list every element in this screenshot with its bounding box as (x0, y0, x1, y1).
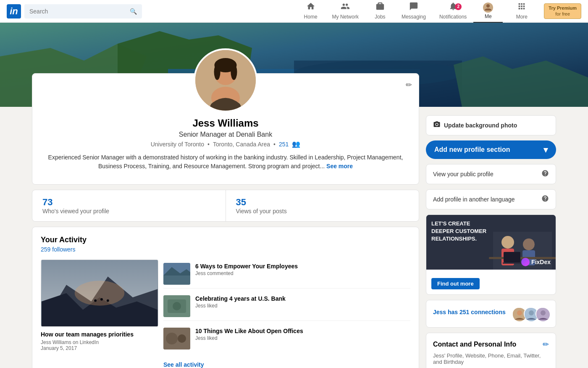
svg-point-12 (214, 64, 220, 80)
activity-list: 6 Ways to Empower Your Employees Jess co… (163, 259, 410, 368)
page-content: ✏ Jess Williams Senior Manager at Denali… (0, 23, 588, 368)
nav-label-network: My Network (332, 14, 359, 20)
activity-item-title-1: 6 Ways to Empower Your Employees (195, 263, 298, 270)
post-views-stat[interactable]: 35 Views of your posts (226, 190, 419, 221)
svg-point-13 (231, 64, 237, 80)
profile-meta: University of Toronto • Toronto, Canada … (42, 140, 409, 148)
activity-grid: How our team manages priorities Jess Wil… (41, 259, 410, 368)
nav-item-messaging[interactable]: Messaging (395, 0, 433, 23)
ad-logo-text: FixDex (531, 259, 551, 265)
nav-item-notifications[interactable]: 2 Notifications (433, 0, 473, 23)
connections-card: Jess has 251 connections (426, 300, 556, 328)
svg-rect-23 (163, 275, 190, 285)
profile-card-inner: ✏ Jess Williams Senior Manager at Denali… (32, 48, 419, 184)
nav-label-home: Home (304, 14, 318, 20)
notifications-badge: 2 (455, 3, 462, 10)
svg-point-45 (541, 310, 546, 315)
ad-logo: FixDex (521, 258, 551, 266)
premium-button[interactable]: Try Premium for free (544, 3, 581, 19)
svg-rect-39 (503, 262, 521, 264)
profile-name: Jess Williams (42, 117, 409, 129)
search-icon: 🔍 (130, 8, 137, 15)
activity-main-post[interactable]: How our team manages priorities Jess Wil… (41, 259, 158, 368)
profile-views-label: Who's viewed your profile (42, 208, 215, 214)
search-input[interactable] (29, 8, 128, 15)
nav-label-notifications: Notifications (439, 14, 467, 20)
svg-point-29 (166, 333, 178, 344)
left-column: ✏ Jess Williams Senior Manager at Denali… (32, 107, 419, 368)
nav-item-me[interactable]: Me (473, 0, 503, 23)
nav-label-more-text: More (516, 14, 528, 20)
activity-post-info: How our team manages priorities Jess Wil… (41, 327, 158, 351)
messaging-icon (409, 2, 418, 13)
jobs-icon (375, 2, 385, 13)
profile-connections-count[interactable]: 251 (279, 141, 289, 148)
list-item[interactable]: Celebrating 4 years at U.S. Bank Jess li… (163, 292, 410, 321)
camera-icon (433, 121, 441, 130)
svg-point-18 (75, 281, 125, 305)
activity-item-3: 10 Things We Like About Open Offices Jes… (195, 328, 303, 341)
edit-pencil-icon[interactable]: ✏ (406, 80, 412, 90)
profile-title: Senior Manager at Denali Bank (42, 131, 409, 138)
add-language-label: Add profile in another language (433, 196, 515, 203)
list-item[interactable]: 10 Things We Like About Open Offices Jes… (163, 324, 410, 353)
list-item[interactable]: 6 Ways to Empower Your Employees Jess co… (163, 259, 410, 289)
help-icon-2 (541, 195, 549, 204)
connections-icon: 👥 (292, 140, 300, 148)
navbar: in 🔍 Home My Network Jobs (0, 0, 588, 23)
ad-background: LET'S CREATEDEEPER CUSTOMERRELATIONSHIPS… (426, 215, 556, 270)
activity-item-sub-1: Jess commented (195, 270, 298, 276)
search-bar[interactable]: 🔍 (24, 4, 142, 19)
nav-item-home[interactable]: Home (296, 0, 326, 23)
linkedin-logo[interactable]: in (7, 4, 21, 19)
post-views-number: 35 (236, 197, 409, 208)
home-icon (306, 2, 315, 13)
contact-title: Contact and Personal Info (433, 341, 516, 348)
connections-avatars-row (512, 307, 549, 320)
view-public-profile-link[interactable]: View your public profile (426, 164, 556, 184)
add-language-link[interactable]: Add profile in another language (426, 189, 556, 209)
avatar-container (42, 48, 409, 112)
activity-post-title: How our team manages priorities (41, 331, 158, 338)
profile-avatar (194, 48, 257, 112)
svg-rect-38 (504, 252, 520, 262)
svg-point-20 (100, 298, 103, 301)
contact-edit-icon[interactable]: ✏ (543, 340, 549, 349)
activity-item-sub-2: Jess liked (195, 303, 286, 309)
update-background-button[interactable]: Update background photo (426, 115, 556, 135)
nav-items: Home My Network Jobs Messaging (296, 0, 581, 23)
connection-avatar-3 (536, 307, 549, 320)
add-section-button[interactable]: Add new profile section ▾ (426, 140, 556, 159)
profile-views-number: 73 (42, 197, 215, 208)
bio-see-more[interactable]: See more (326, 163, 353, 169)
activity-item-sub-3: Jess liked (195, 335, 303, 341)
contact-card: Contact and Personal Info ✏ Jess' Profil… (426, 333, 556, 368)
svg-point-43 (529, 310, 534, 315)
activity-item-2: Celebrating 4 years at U.S. Bank Jess li… (195, 295, 286, 309)
contact-desc: Jess' Profile, Website, Phone, Email, Tw… (433, 352, 549, 365)
nav-item-jobs[interactable]: Jobs (365, 0, 395, 23)
ad-content: Find out more (426, 270, 556, 294)
post-views-label: Views of your posts (236, 208, 409, 214)
activity-item-title-2: Celebrating 4 years at U.S. Bank (195, 295, 286, 302)
network-icon (341, 2, 350, 13)
profile-views-stat[interactable]: 73 Who's viewed your profile (32, 190, 226, 221)
see-all-activity-link[interactable]: See all activity (163, 361, 410, 368)
activity-post-date: January 5, 2017 (41, 345, 158, 351)
svg-point-33 (501, 236, 514, 249)
nav-label-me: Me (485, 13, 492, 19)
profile-university: University of Toronto (151, 141, 204, 148)
profile-location: Toronto, Canada Area (213, 141, 270, 148)
ad-tagline: LET'S CREATEDEEPER CUSTOMERRELATIONSHIPS… (431, 220, 486, 243)
nav-item-more[interactable]: Messaging More (503, 0, 541, 23)
stats-card: 73 Who's viewed your profile 35 Views of… (32, 190, 419, 222)
activity-title: Your Activity (41, 236, 410, 244)
followers-count[interactable]: 259 followers (41, 246, 410, 253)
connections-title[interactable]: Jess has 251 connections (433, 309, 506, 315)
profile-card: ✏ Jess Williams Senior Manager at Denali… (32, 73, 419, 185)
nav-item-network[interactable]: My Network (326, 0, 365, 23)
activity-item-title-3: 10 Things We Like About Open Offices (195, 328, 303, 334)
connections-row: Jess has 251 connections (433, 307, 549, 320)
ad-cta-button[interactable]: Find out more (431, 278, 480, 289)
right-column: Update background photo Add new profile … (426, 82, 556, 368)
